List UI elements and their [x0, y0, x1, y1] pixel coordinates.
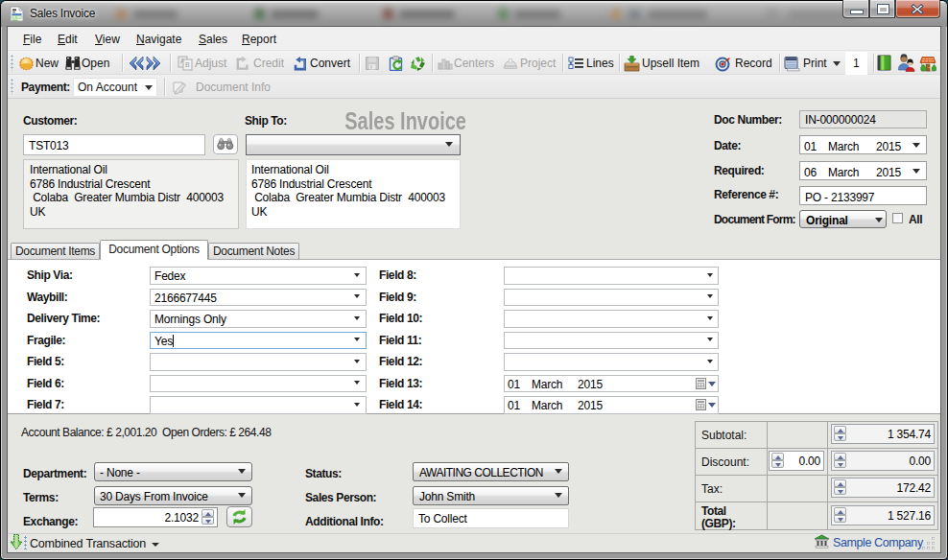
svg-text:B: B — [185, 61, 190, 68]
